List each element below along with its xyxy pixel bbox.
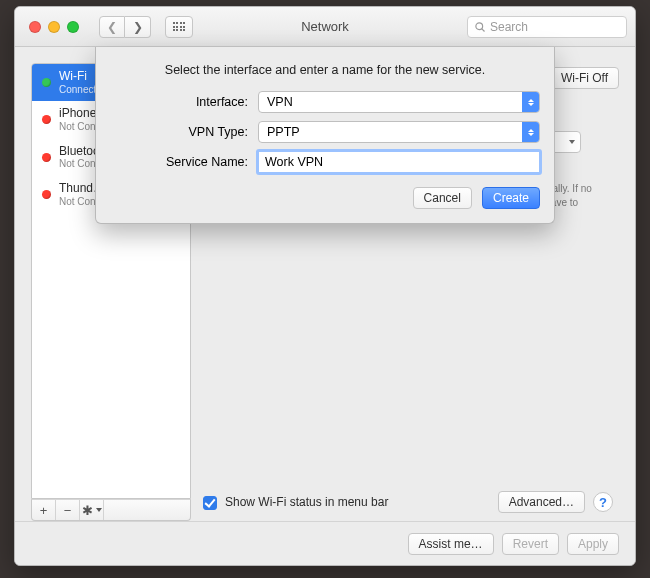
- vpn-type-label: VPN Type:: [110, 125, 258, 139]
- action-menu-button[interactable]: ✱: [80, 500, 104, 520]
- show-wifi-status-label: Show Wi-Fi status in menu bar: [225, 495, 388, 509]
- interface-select[interactable]: VPN: [258, 91, 540, 113]
- chevron-updown-icon: [522, 92, 539, 112]
- search-icon: [474, 21, 486, 33]
- titlebar: ❮ ❯ Network Search: [15, 7, 635, 47]
- service-name-input[interactable]: [258, 151, 540, 173]
- status-dot-icon: [42, 190, 51, 199]
- apply-button[interactable]: Apply: [567, 533, 619, 555]
- create-button[interactable]: Create: [482, 187, 540, 209]
- interface-label: Interface:: [110, 95, 258, 109]
- remove-service-button[interactable]: −: [56, 500, 80, 520]
- search-placeholder: Search: [490, 20, 528, 34]
- minimize-icon[interactable]: [48, 21, 60, 33]
- network-preferences-window: ❮ ❯ Network Search Wi-Fi Connected: [14, 6, 636, 566]
- search-input[interactable]: Search: [467, 16, 627, 38]
- chevron-updown-icon: [522, 122, 539, 142]
- status-dot-icon: [42, 78, 51, 87]
- cancel-button[interactable]: Cancel: [413, 187, 472, 209]
- forward-button[interactable]: ❯: [125, 16, 151, 38]
- show-wifi-status-checkbox[interactable]: [203, 496, 217, 510]
- close-icon[interactable]: [29, 21, 41, 33]
- revert-button[interactable]: Revert: [502, 533, 559, 555]
- show-all-button[interactable]: [165, 16, 193, 38]
- add-service-button[interactable]: +: [32, 500, 56, 520]
- interface-value: VPN: [267, 95, 293, 109]
- zoom-icon[interactable]: [67, 21, 79, 33]
- service-name-label: Service Name:: [110, 155, 258, 169]
- window-controls: [29, 21, 79, 33]
- wifi-off-button[interactable]: Wi-Fi Off: [550, 67, 619, 89]
- advanced-button[interactable]: Advanced…: [498, 491, 585, 513]
- status-dot-icon: [42, 115, 51, 124]
- new-service-sheet: Select the interface and enter a name fo…: [95, 47, 555, 224]
- svg-line-1: [482, 28, 485, 31]
- vpn-type-value: PPTP: [267, 125, 300, 139]
- nav-buttons: ❮ ❯: [99, 16, 151, 38]
- vpn-type-select[interactable]: PPTP: [258, 121, 540, 143]
- svg-point-0: [476, 22, 483, 29]
- sheet-message: Select the interface and enter a name fo…: [110, 63, 540, 77]
- status-dot-icon: [42, 153, 51, 162]
- footer: Assist me… Revert Apply: [15, 521, 635, 565]
- help-button[interactable]: ?: [593, 492, 613, 512]
- back-button[interactable]: ❮: [99, 16, 125, 38]
- sidebar-footer: + − ✱: [31, 499, 191, 521]
- assist-me-button[interactable]: Assist me…: [408, 533, 494, 555]
- grid-icon: [173, 22, 186, 31]
